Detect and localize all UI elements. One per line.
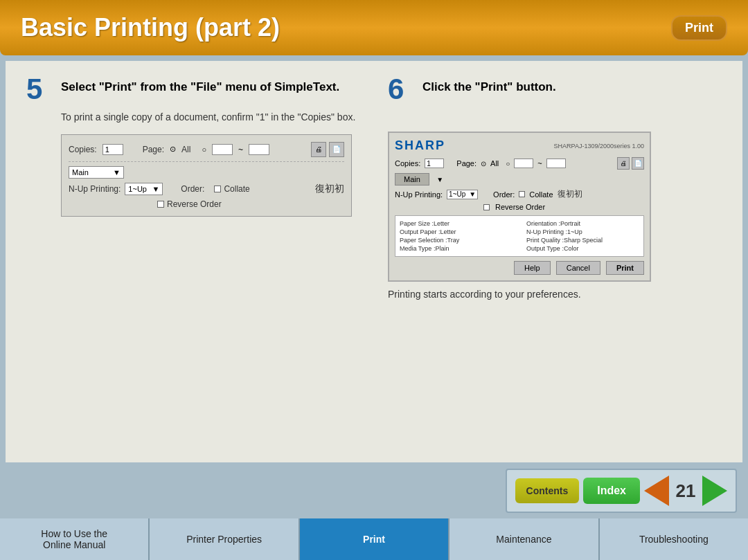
- output-type-label: Output Type: [526, 245, 560, 252]
- step5-header: 5 Select "Print" from the "File" menu of…: [26, 75, 360, 104]
- sharp-page-all: All: [490, 159, 499, 168]
- sharp-copies-input[interactable]: 1: [425, 159, 444, 168]
- sharp-page-from: [514, 159, 533, 168]
- sharp-reverse-label: Reverse Order: [495, 203, 545, 211]
- footer-label-print: Print: [363, 534, 385, 545]
- sharp-nup-label: N-Up Printing:: [395, 190, 443, 199]
- contents-button[interactable]: Contents: [515, 478, 580, 503]
- copies-label: Copies:: [69, 145, 97, 154]
- sharp-info-table: Paper Size :Letter Orientation :Portrait…: [395, 215, 644, 257]
- step6-title: Click the "Print" button.: [422, 80, 556, 94]
- step6-dialog: SHARP SHARPAJ-1309/2000series 1.00 Copie…: [388, 132, 651, 282]
- icon-btn-1[interactable]: 🖨: [311, 142, 326, 157]
- nup-info-value: :1~Up: [566, 228, 582, 235]
- sharp-order-label: Order:: [493, 190, 515, 199]
- bottom-navigation: Contents Index 21: [506, 469, 737, 513]
- prev-page-arrow[interactable]: [644, 476, 669, 506]
- sharp-kanji: 復初初: [558, 188, 582, 200]
- nup-info-label: N-Up Printing: [526, 228, 564, 235]
- step5-title: Select "Print" from the "File" menu of S…: [61, 80, 339, 94]
- paper-size-value: :Letter: [432, 220, 450, 227]
- header: Basic Printing (part 2) Print: [0, 0, 748, 55]
- nup-label: N-Up Printing:: [69, 184, 121, 194]
- step6-number: 6: [388, 75, 416, 104]
- cancel-button[interactable]: Cancel: [556, 261, 600, 275]
- output-paper-value: :Letter: [438, 228, 456, 235]
- print-quality-value: :Sharp Special: [562, 237, 603, 244]
- dialog-copies-row: Copies: 1 Page: ⊙ All ○ ~ 🖨 📄: [69, 142, 344, 157]
- footer-label-printer-properties: Printer Properties: [186, 534, 262, 545]
- media-type-value: :Plain: [434, 245, 449, 252]
- sharp-collate-label: Collate: [529, 190, 553, 199]
- paper-sel-label: Paper Selection: [400, 237, 444, 244]
- step5-column: 5 Select "Print" from the "File" menu of…: [26, 75, 360, 449]
- paper-size-label: Paper Size: [400, 220, 430, 227]
- dialog-separator-1: [69, 161, 344, 162]
- paper-sel-value: :Tray: [445, 237, 459, 244]
- sharp-page-to: [546, 159, 566, 168]
- page-circle: ○: [202, 145, 206, 154]
- info-media-type: Media Type :Plain: [400, 245, 513, 252]
- footer-label-how-to-use: How to Use theOnline Manual: [41, 528, 107, 550]
- nup-select[interactable]: 1~Up ▼: [125, 183, 163, 195]
- footer-item-printer-properties[interactable]: Printer Properties: [150, 518, 299, 560]
- sharp-main-tab[interactable]: Main ▼: [395, 172, 644, 188]
- help-button[interactable]: Help: [514, 261, 551, 275]
- info-output-type: Output Type :Color: [526, 245, 639, 252]
- sharp-reverse-box[interactable]: [483, 204, 490, 210]
- collate-box[interactable]: [214, 186, 221, 192]
- info-output-paper: Output Paper :Letter: [400, 228, 513, 235]
- sharp-page-label: Page:: [456, 159, 477, 168]
- sharp-collate-box[interactable]: [519, 191, 525, 197]
- footer-label-maintenance: Maintenance: [496, 534, 551, 545]
- orientation-value: :Portrait: [559, 220, 581, 227]
- main-content: 5 Select "Print" from the "File" menu of…: [6, 61, 742, 462]
- collate-checkbox: Collate: [214, 184, 249, 194]
- reverse-box[interactable]: [157, 201, 164, 208]
- sharp-button-row: Help Cancel Print: [395, 261, 644, 275]
- footer-item-how-to-use[interactable]: How to Use theOnline Manual: [0, 518, 150, 560]
- sharp-model: SHARPAJ-1309/2000series 1.00: [554, 143, 644, 150]
- dialog-reverse-row: Reverse Order: [152, 199, 344, 209]
- info-paper-size: Paper Size :Letter: [400, 220, 513, 227]
- sharp-page-radio: ⊙: [481, 160, 486, 168]
- next-page-arrow[interactable]: [702, 476, 727, 506]
- info-orientation: Orientation :Portrait: [526, 220, 639, 227]
- step6-header: 6 Click the "Print" button.: [388, 75, 722, 104]
- copies-input[interactable]: 1: [103, 144, 123, 155]
- main-select[interactable]: Main ▼: [69, 166, 124, 179]
- reverse-checkbox: Reverse Order: [157, 199, 222, 209]
- page-title: Basic Printing (part 2): [21, 13, 280, 42]
- page-from: [212, 144, 233, 155]
- index-button[interactable]: Index: [583, 478, 640, 504]
- sharp-tab-label: Main: [395, 173, 429, 186]
- sharp-logo: SHARP: [395, 138, 445, 153]
- icon-btn-2[interactable]: 📄: [329, 142, 344, 157]
- orientation-label: Orientation: [526, 220, 557, 227]
- sharp-copies-label: Copies:: [395, 159, 420, 168]
- step5-number: 5: [26, 75, 54, 104]
- sharp-icon-1[interactable]: 🖨: [617, 157, 630, 170]
- sharp-reverse-row: Reverse Order: [395, 203, 644, 211]
- output-type-value: :Color: [562, 245, 578, 252]
- print-quality-label: Print Quality: [526, 237, 560, 244]
- footer-item-maintenance[interactable]: Maintenance: [449, 518, 599, 560]
- media-type-label: Media Type: [400, 245, 431, 252]
- footer-item-print[interactable]: Print: [300, 518, 449, 560]
- page-to: [249, 144, 269, 155]
- sharp-nup-row: N-Up Printing: 1~Up ▼ Order: Collate 復初初: [395, 188, 644, 200]
- sharp-icon-2[interactable]: 📄: [632, 157, 644, 170]
- header-badge: Print: [671, 15, 727, 41]
- footer-nav: How to Use theOnline Manual Printer Prop…: [0, 518, 748, 560]
- print-starts-text: Printing starts according to your prefer…: [388, 289, 722, 300]
- step5-description: To print a single copy of a document, co…: [61, 111, 360, 125]
- order-label: Order:: [181, 184, 204, 194]
- page-number: 21: [673, 480, 698, 502]
- sharp-nup-select[interactable]: 1~Up ▼: [447, 190, 478, 199]
- info-nup: N-Up Printing :1~Up: [526, 228, 639, 235]
- print-button[interactable]: Print: [606, 261, 644, 275]
- footer-label-troubleshooting: Troubleshooting: [639, 534, 709, 545]
- page-label: Page:: [143, 145, 164, 154]
- footer-item-troubleshooting[interactable]: Troubleshooting: [600, 518, 748, 560]
- sharp-copies-row: Copies: 1 Page: ⊙ All ○ ~ 🖨 📄: [395, 157, 644, 170]
